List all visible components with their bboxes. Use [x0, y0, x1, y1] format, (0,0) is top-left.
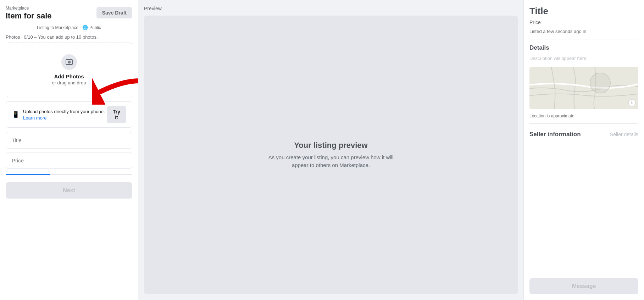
listing-to-text: Listing to Marketplace — [37, 25, 78, 30]
preview-time: Listed a few seconds ago in — [529, 29, 638, 34]
add-photos-icon — [61, 54, 77, 70]
divider-2 — [529, 123, 638, 124]
preview-price: Price — [529, 20, 638, 25]
description-placeholder: Description will appear here. — [529, 56, 638, 61]
svg-point-4 — [590, 73, 610, 93]
right-panel: Title Price Listed a few seconds ago in … — [523, 0, 644, 300]
map-info-button[interactable]: ℹ — [628, 99, 635, 106]
preview-content-box: Your listing preview As you create your … — [144, 16, 518, 294]
phone-icon: 📱 — [12, 111, 20, 118]
divider-1 — [529, 39, 638, 39]
message-button: Message — [529, 278, 638, 294]
seller-details-link[interactable]: Seller details — [610, 132, 638, 137]
mobile-upload-box: 📱 Upload photos directly from your phone… — [6, 101, 132, 128]
add-photos-text: Add Photos — [54, 73, 84, 79]
try-it-button[interactable]: Try It — [107, 106, 126, 123]
seller-info-row: Seller information Seller details — [529, 131, 638, 138]
details-heading: Details — [529, 44, 638, 51]
header-text-group: Marketplace Item for sale — [6, 6, 52, 21]
add-photos-dropzone[interactable]: Add Photos or drag and drop — [6, 43, 132, 97]
preview-sub-text: As you create your listing, you can prev… — [263, 154, 398, 170]
map-preview: ℹ — [529, 67, 638, 109]
left-panel: Marketplace Item for sale Save Draft Lis… — [0, 0, 138, 300]
progress-bar-fill — [6, 174, 50, 175]
marketplace-label: Marketplace — [6, 6, 52, 11]
next-button: Next — [6, 182, 132, 199]
preview-label: Preview — [144, 6, 518, 11]
middle-panel: Preview Your listing preview As you crea… — [138, 0, 523, 300]
photos-label: Photos · 0/10 – You can add up to 10 pho… — [0, 34, 138, 43]
seller-info-label: Seller information — [529, 131, 581, 138]
learn-more-link[interactable]: Learn more — [23, 115, 46, 121]
left-header: Marketplace Item for sale Save Draft — [0, 0, 138, 23]
mobile-upload-text: Upload photos directly from your phone. — [23, 109, 105, 114]
visibility-label: Public — [89, 25, 101, 30]
price-input[interactable] — [6, 152, 132, 169]
listing-to-row: Listing to Marketplace · 🌐 Public — [0, 23, 138, 34]
location-approximate-text: Location is approximate — [529, 113, 638, 118]
save-draft-button[interactable]: Save Draft — [96, 7, 132, 18]
preview-title: Title — [529, 6, 638, 17]
drag-drop-text: or drag and drop — [52, 80, 86, 85]
mobile-upload-text-group: Upload photos directly from your phone. … — [23, 109, 107, 120]
progress-bar — [6, 174, 132, 175]
mobile-upload-left: 📱 Upload photos directly from your phone… — [12, 109, 107, 120]
globe-icon: 🌐 — [82, 25, 88, 30]
title-input[interactable] — [6, 132, 132, 149]
page-title: Item for sale — [6, 11, 52, 21]
dot-separator: · — [80, 25, 81, 30]
preview-main-text: Your listing preview — [294, 141, 367, 150]
